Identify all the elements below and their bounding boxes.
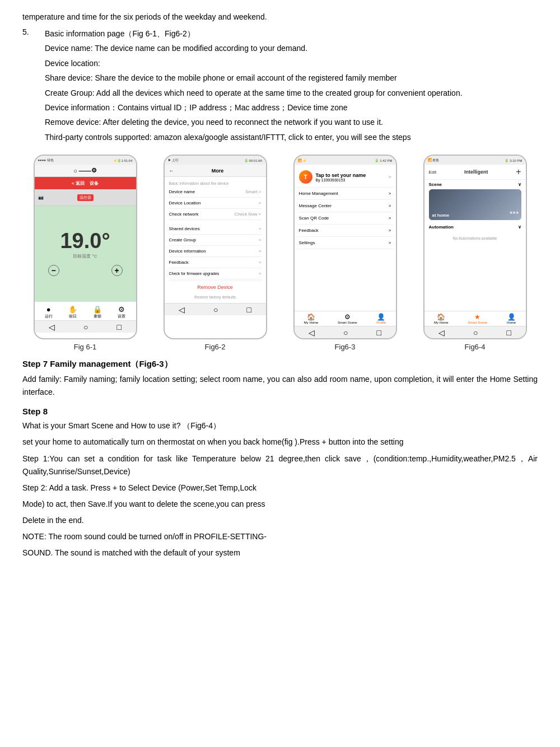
phone2-back-nav[interactable]: ◁ [179,305,185,314]
phone2-item-shared[interactable]: Shared devices > [169,223,262,235]
phone4-back-nav[interactable]: ◁ [438,328,445,337]
phone2-list: Basic information about the device Devic… [165,177,266,303]
phone4-tab-bar: 🏠 My Home ★ Smart Scene 👤 Home [424,311,526,326]
phone3-smart-icon: ⚙ [344,313,351,321]
phone4-status-right: 🔋 3:10 PM [505,158,522,162]
phone2-item-firmware-right: > [259,271,262,276]
create-group-para: Create Group: Add all the devices which … [45,87,538,99]
remove-device-para: Remove device: After deleting the device… [45,116,538,128]
step7-para: Add family: Family naming; family locati… [22,373,538,399]
phone4-auto-chevron[interactable]: ∨ [518,225,521,230]
step7-heading-text: Step 7 Family management（Fig6-3） [22,359,172,368]
phone4-auto-empty: No Automations available [429,232,521,245]
phone2-item-firmware[interactable]: Check for firmware upgrades > [169,268,262,279]
phone3-avatar: T [299,170,312,184]
phone1-home-btn[interactable]: ○ [83,323,88,332]
phone2-item-feedback-label: Feedback [169,260,189,265]
phone4-home-icon: 🏠 [437,313,445,321]
phone2-item-devicename-label: Device name [169,189,195,194]
phone1-device-header: 📷 温控器 [35,189,136,206]
phone3-home-nav[interactable]: ○ [343,328,348,337]
phone4-tab-profile[interactable]: 👤 Home [507,313,516,324]
phone3-settings-arrow: > [389,240,391,245]
phone1-fig-label: Fig 6-1 [74,343,96,351]
phone2-item-network[interactable]: Check network Check Now > [169,209,262,220]
phone4-profile-label: Home [507,321,516,324]
phone1-run-label: 运行 [45,314,53,319]
phone4-tab-home[interactable]: 🏠 My Home [434,313,449,324]
phones-row: ●●●● 绿色 ⚡🔋1:51:04 ○ —— ⚙ < 返回 设备 📷 温控器 1… [22,155,538,351]
step8-heading: Step 8 [22,407,538,416]
phone4-scene-image[interactable]: ••• at home [429,189,521,220]
device-info-para: Device information：Contains virtual ID；I… [45,101,538,114]
phone2-square-nav[interactable]: □ [247,305,251,314]
phone4-scene-dots: ••• [510,208,519,218]
phone4-auto-header: Automation ∨ [429,225,521,230]
phone2-back-arrow[interactable]: ← [169,168,174,174]
phone3-status: 📶 ⚡ 🔋 1:42 PM [295,156,396,165]
phone2-section-title: Basic information about the device [169,181,262,185]
phone3-status-left: 📶 ⚡ [298,158,307,162]
phone3-back-nav[interactable]: ◁ [309,328,315,337]
phone4-fig-label: Fig6-4 [465,343,486,351]
phone3-user-arrow: > [388,174,391,180]
phone1-back-btn[interactable]: ◁ [49,323,55,332]
phone3-profile-icon: 👤 [377,313,385,321]
phone2-item-location[interactable]: Device Location > [169,198,262,209]
phone1-plus-btn[interactable]: + [111,265,123,276]
phone2-home-nav[interactable]: ○ [213,305,218,314]
phone4-smart-icon: ★ [474,313,480,321]
phone1-status-right: ⚡🔋1:51:04 [113,158,132,162]
phone1-minus-btn[interactable]: − [48,265,59,276]
phone1-icon-settings: ⚙ 设置 [118,305,125,319]
phone3-menu-qr[interactable]: Scan QR Code > [297,212,394,225]
phone3-profile: T Tap to set your name By 13393930153 > … [295,165,396,251]
phone4-plus-btn[interactable]: + [516,167,521,177]
phone1-icon-run: ● 运行 [45,305,53,319]
phone3-tab-home[interactable]: 🏠 My Home [304,313,319,324]
step8-heading-text: Step 8 [22,407,48,416]
phone3-menu-message[interactable]: Message Center > [297,200,394,212]
item-5-content: Basic information page（Fig 6-1、Fig6-2） D… [45,27,538,146]
phone4-home-label: My Home [434,321,449,324]
phone2-item-devinfo[interactable]: Device information > [169,246,262,257]
phone2-remove-btn[interactable]: Remove Device [169,281,262,293]
phone4-scene-header: Scene ∨ [429,182,521,187]
phone4-intelligent-btn[interactable]: Intelligent [464,169,488,175]
phone4-scene-section: Scene ∨ ••• at home [424,180,526,222]
phone3-fig-label: Fig6-3 [335,343,356,351]
phone1-icon-lock: 🔒 童锁 [93,305,102,319]
phone3-square-nav[interactable]: □ [377,328,381,337]
step8-q: What is your Smart Scene and How to use … [22,419,538,432]
phone3-menu-settings[interactable]: Settings > [297,237,394,249]
phone4-tab-smart[interactable]: ★ Smart Scene [468,313,487,324]
phone1: ●●●● 绿色 ⚡🔋1:51:04 ○ —— ⚙ < 返回 设备 📷 温控器 1… [34,155,137,339]
phone4-header: Edit Intelligent + [424,165,526,180]
phone2-item-feedback[interactable]: Feedback > [169,257,262,268]
phone3-menu-feedback[interactable]: Feedback > [297,225,394,237]
phone1-banner: < 返回 设备 [35,177,136,189]
phone1-square-btn[interactable]: □ [117,323,122,332]
phone4-scene-chevron[interactable]: ∨ [518,182,521,187]
phone2-restore-text[interactable]: Restore factory defaults [169,293,262,301]
phone1-top-bar: ○ —— ⚙ [35,165,136,177]
phone4-home-nav[interactable]: ○ [473,328,478,337]
phone4-edit-btn[interactable]: Edit [429,170,437,175]
phone2-item-devinfo-label: Device information [169,249,206,254]
phone2-item-devicename[interactable]: Device name Smart > [169,186,262,198]
phone4-profile-icon: 👤 [507,313,516,321]
phone1-temperature: 19.0° [60,229,110,253]
phone2-item-group[interactable]: Create Group > [169,235,262,246]
item5-title: Basic information page（Fig 6-1、Fig6-2） [45,27,538,40]
phone3-tab-smart[interactable]: ⚙ Smart Scene [338,313,357,324]
phone3-menu-home-mgmt[interactable]: Home Management > [297,188,394,200]
phone3-qr-arrow: > [389,216,391,221]
phone3-user-section: T Tap to set your name By 13393930153 > [297,167,394,188]
phone3-message-arrow: > [389,203,391,208]
phone4-square-nav[interactable]: □ [507,328,511,337]
phone3-tab-profile[interactable]: 👤 Profile [376,313,386,324]
phone2-nav: ◁ ○ □ [165,303,266,315]
phone2-item-network-right: Check Now > [235,212,262,217]
device-name-para: Device name: The device name can be modi… [45,42,538,54]
phone2-item-firmware-label: Check for firmware upgrades [169,272,220,276]
